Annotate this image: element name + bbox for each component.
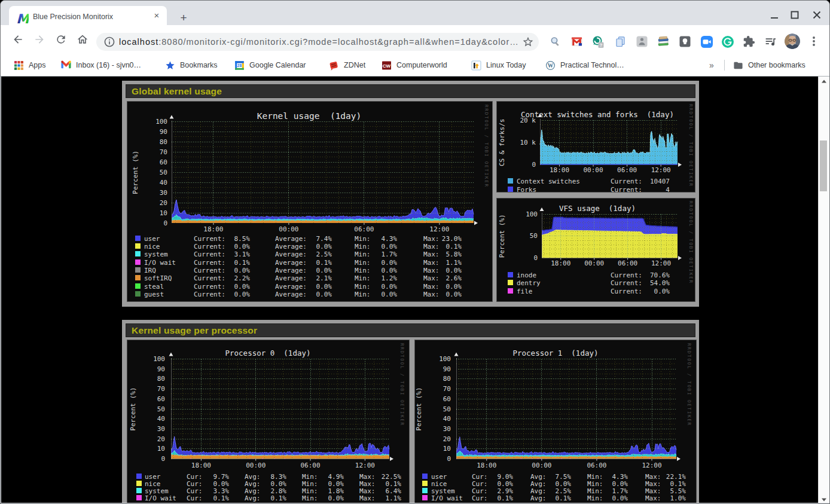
ext-callerid-button[interactable]: ?: [591, 35, 604, 48]
legend-value: 0.0%: [597, 480, 628, 488]
menu-kebab-icon: [808, 35, 819, 47]
address-bar[interactable]: localhost:8080/monitorix-cgi/monitorix.c…: [96, 33, 539, 51]
legend-value: 0.0%: [366, 283, 397, 291]
scroll-up-icon[interactable]: [820, 78, 828, 85]
legend-value: 4.9%: [313, 473, 344, 481]
scrollbar-vertical[interactable]: [818, 77, 830, 504]
browser-menu-button[interactable]: [808, 35, 819, 47]
home-button[interactable]: [72, 29, 93, 50]
legend-swatch: [136, 495, 142, 500]
legend-value: 22.1%: [655, 473, 686, 481]
legend-value: 6.4%: [370, 487, 401, 495]
section-global-kernel-usage: Global kernel usage Kernel usage (1day)0…: [122, 81, 699, 307]
bookmarks-separator: [724, 60, 725, 71]
ext-copy-button[interactable]: [614, 35, 627, 48]
legend-label: softIRQ: [144, 274, 172, 282]
legend-value: 0.1%: [655, 480, 686, 488]
legend-swatch: [135, 291, 141, 297]
legend-value: 0.0%: [313, 480, 344, 488]
linuxtoday-icon: [471, 60, 481, 71]
legend-label: I/O wait: [144, 259, 176, 267]
legend-label: file: [517, 288, 533, 295]
monitorix-favicon-icon: M M: [17, 12, 29, 24]
reload-button[interactable]: [51, 29, 71, 50]
legend-value: 7.4%: [301, 235, 332, 243]
chart-legend-vfs: inodeCurrent: 70.6%dentryCurrent: 54.0%f…: [497, 198, 695, 301]
legend-value: 4.3%: [366, 235, 397, 243]
legend-swatch: [135, 275, 141, 280]
ext-figure-button[interactable]: [636, 35, 648, 48]
ext-figure-icon: [636, 35, 648, 48]
legend-value: 4: [631, 186, 670, 194]
legend-label: steal: [144, 283, 164, 291]
url-path: :8080/monitorix-cgi/monitorix.cgi?mode=l…: [158, 37, 518, 47]
ext-gmail-button[interactable]: [570, 35, 583, 48]
bookmark-this-star-icon[interactable]: [522, 36, 534, 48]
legend-swatch: [135, 283, 141, 289]
ext-zoom-button[interactable]: [700, 35, 713, 48]
tab-title: Blue Precision Monitorix: [33, 13, 147, 21]
bookmarks-overflow-chevron[interactable]: »: [709, 60, 714, 70]
legend-swatch: [135, 236, 141, 241]
legend-value: 0.0%: [301, 291, 332, 298]
legend-swatch: [135, 267, 141, 273]
legend-value: 70.6%: [631, 271, 670, 279]
tab-blue-precision-monitorix[interactable]: M M Blue Precision Monitorix ×: [9, 6, 167, 25]
ext-books-button[interactable]: [657, 35, 669, 48]
legend-value: 1.1%: [370, 494, 401, 502]
zdnet-icon: [329, 60, 339, 71]
ext-gmail-icon: [570, 35, 583, 48]
wp-monogram: W: [548, 63, 554, 69]
legend-value: 0.0%: [301, 243, 332, 251]
ext-search-button[interactable]: [549, 35, 562, 48]
window-minimize-button[interactable]: [768, 8, 781, 22]
legend-value: 0.0%: [366, 259, 397, 267]
calendar-icon: 28: [234, 60, 245, 71]
legend-swatch: [136, 488, 142, 493]
legend-value: 2.9%: [482, 487, 513, 495]
legend-label: Forks: [517, 186, 536, 194]
window-maximize-button[interactable]: [788, 8, 801, 22]
ext-grammarly-icon: [721, 35, 734, 48]
ext-zoom-icon: [700, 35, 713, 48]
legend-label: system: [144, 251, 168, 258]
tab-close-icon[interactable]: ×: [151, 10, 162, 21]
back-button[interactable]: [8, 29, 28, 50]
home-icon: [77, 33, 89, 45]
chart-panel-processor-1: Processor 1 (1day)0102030405060708090100…: [414, 340, 697, 504]
legend-swatch: [508, 272, 513, 277]
url-text[interactable]: localhost:8080/monitorix-cgi/monitorix.c…: [119, 37, 518, 47]
forward-button[interactable]: [29, 29, 50, 50]
ext-playlist-button[interactable]: [764, 35, 777, 48]
legend-swatch: [422, 488, 428, 493]
legend-swatch: [135, 243, 141, 249]
new-tab-button[interactable]: +: [176, 11, 191, 25]
ext-grammarly-button[interactable]: [721, 35, 734, 48]
info-icon: [103, 36, 115, 48]
profile-avatar-button[interactable]: [785, 33, 800, 49]
scrollbar-thumb[interactable]: [820, 140, 827, 191]
section-title: Global kernel usage: [126, 84, 695, 98]
bookmarks-bar: Apps Inbox (16) - sjvn0… Bookmarks 28Goo…: [1, 54, 829, 77]
chart-panel-processor-0: Processor 0 (1day)0102030405060708090100…: [127, 340, 410, 504]
legend-value: 9.7%: [198, 473, 229, 481]
legend-label: user: [145, 473, 161, 481]
extensions-menu-button[interactable]: [743, 35, 755, 48]
folder-icon: [733, 60, 743, 71]
legend-value: 1.7%: [366, 251, 397, 258]
site-info-icon[interactable]: [103, 36, 115, 48]
legend-value: 0.1%: [431, 243, 462, 251]
legend-swatch: [135, 259, 141, 265]
wordpress-icon: W: [545, 60, 556, 71]
legend-swatch: [136, 481, 142, 486]
legend-label: I/O wait: [145, 494, 176, 502]
cw-monogram: CW: [383, 63, 391, 69]
legend-label: guest: [144, 291, 164, 298]
window-close-button[interactable]: [810, 8, 823, 22]
legend-value: 5.5%: [655, 487, 686, 495]
ext-lamp-button[interactable]: [679, 35, 691, 48]
legend-label: inode: [517, 271, 536, 279]
browser-toolbar: localhost:8080/monitorix-cgi/monitorix.c…: [1, 25, 829, 54]
extensions-puzzle-icon: [743, 35, 755, 48]
apps-label: Apps: [29, 61, 46, 69]
